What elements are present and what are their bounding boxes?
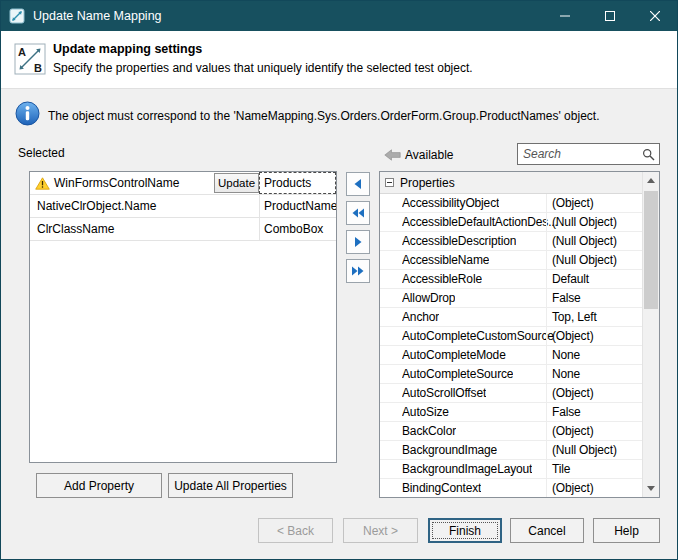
available-label: Available (405, 148, 453, 162)
double-right-arrow-icon (350, 263, 366, 279)
selected-row[interactable]: ClrClassName ComboBox (30, 218, 336, 241)
cancel-button[interactable]: Cancel (510, 518, 584, 543)
minimize-button[interactable] (542, 1, 587, 31)
maximize-icon (605, 11, 615, 21)
property-value: None (546, 346, 642, 364)
next-button: Next > (343, 518, 418, 543)
selected-property-name: WinFormsControlName (54, 176, 179, 190)
property-value: (Null Object) (546, 251, 642, 269)
help-button[interactable]: Help (593, 518, 660, 543)
window-title: Update Name Mapping (33, 9, 162, 23)
scrollbar-thumb[interactable] (644, 191, 658, 309)
back-button: < Back (258, 518, 333, 543)
property-row[interactable]: BindingContext(Object) (380, 479, 642, 498)
selected-property-value: ProductNames (259, 195, 336, 217)
app-icon (9, 8, 25, 24)
move-right-button[interactable] (346, 230, 370, 254)
property-name: AllowDrop (402, 291, 455, 305)
available-properties-grid: Properties AccessibilityObject(Object) A… (379, 171, 660, 498)
close-button[interactable] (632, 1, 677, 31)
property-value: False (546, 403, 642, 421)
minimize-icon (560, 11, 570, 21)
selected-property-name: ClrClassName (37, 222, 114, 236)
selected-label: Selected (18, 146, 65, 160)
property-name: BackColor (402, 424, 456, 438)
collapse-icon[interactable] (385, 178, 394, 187)
property-row[interactable]: AccessibleDescription(Null Object) (380, 232, 642, 251)
selected-property-value: ComboBox (259, 218, 336, 240)
scroll-up-icon (647, 178, 655, 183)
property-name: Anchor (402, 310, 439, 324)
property-row[interactable]: BackColor(Object) (380, 422, 642, 441)
property-name: BindingContext (402, 481, 481, 495)
move-left-button[interactable] (346, 172, 370, 196)
property-row[interactable]: AccessibleRoleDefault (380, 270, 642, 289)
property-name: AutoScrollOffset (402, 386, 486, 400)
property-name: AccessibleName (402, 253, 489, 267)
add-property-button[interactable]: Add Property (36, 473, 162, 498)
property-row[interactable]: AutoSizeFalse (380, 403, 642, 422)
update-name-mapping-dialog: Update Name Mapping A B Update (0, 0, 678, 560)
dialog-subheading: Specify the properties and values that u… (53, 61, 473, 75)
available-back-arrow-icon[interactable] (384, 149, 401, 161)
property-value: (Object) (546, 194, 642, 212)
property-value: Default (546, 270, 642, 288)
move-all-right-button[interactable] (346, 259, 370, 283)
selected-row[interactable]: WinFormsControlName Update Products (30, 172, 336, 195)
properties-group-label: Properties (400, 176, 455, 190)
property-row[interactable]: AccessibilityObject(Object) (380, 194, 642, 213)
close-icon (650, 11, 660, 21)
property-name: AccessibleDescription (402, 234, 516, 248)
search-input[interactable] (517, 143, 660, 165)
selected-properties-table: WinFormsControlName Update Products Nati… (29, 171, 337, 463)
double-left-arrow-icon (350, 205, 366, 221)
property-value: Top, Left (546, 308, 642, 326)
vertical-scrollbar[interactable] (642, 172, 659, 497)
properties-group-header[interactable]: Properties (380, 172, 642, 194)
dialog-header: A B Update mapping settings Specify the … (1, 31, 677, 89)
property-value: (Object) (546, 479, 642, 497)
property-value: None (546, 365, 642, 383)
property-row[interactable]: BackgroundImage(Null Object) (380, 441, 642, 460)
property-row[interactable]: AutoScrollOffset(Object) (380, 384, 642, 403)
titlebar[interactable]: Update Name Mapping (1, 1, 677, 31)
property-row[interactable]: AutoCompleteCustomSource(Object) (380, 327, 642, 346)
property-value: (Null Object) (546, 441, 642, 459)
property-row[interactable]: BackgroundImageLayoutTile (380, 460, 642, 479)
move-all-left-button[interactable] (346, 201, 370, 225)
property-row[interactable]: AutoCompleteModeNone (380, 346, 642, 365)
info-text: The object must correspond to the 'NameM… (48, 109, 599, 123)
property-value: Tile (546, 460, 642, 478)
scroll-down-button[interactable] (643, 480, 659, 497)
property-name: AutoCompleteCustomSource (402, 329, 554, 343)
search-icon[interactable] (642, 148, 655, 161)
property-row[interactable]: AllowDropFalse (380, 289, 642, 308)
dialog-heading: Update mapping settings (53, 42, 202, 56)
update-button[interactable]: Update (214, 173, 259, 193)
property-row[interactable]: AccessibleName(Null Object) (380, 251, 642, 270)
info-icon (15, 101, 40, 129)
property-value: (Object) (546, 422, 642, 440)
update-all-properties-button[interactable]: Update All Properties (168, 473, 293, 498)
property-value: (Object) (546, 384, 642, 402)
selected-property-name: NativeClrObject.Name (37, 199, 156, 213)
selected-property-value-editor[interactable]: Products (259, 172, 336, 194)
property-name: BackgroundImage (402, 443, 497, 457)
property-row[interactable]: AccessibleDefaultActionDes...(Null Objec… (380, 213, 642, 232)
name-mapping-icon: A B (14, 43, 46, 78)
svg-text:A: A (18, 46, 26, 58)
single-left-arrow-icon (350, 176, 366, 192)
maximize-button[interactable] (587, 1, 632, 31)
property-name: AccessibilityObject (402, 196, 499, 210)
property-value: (Null Object) (546, 213, 642, 231)
scroll-up-button[interactable] (643, 172, 659, 189)
property-value: False (546, 289, 642, 307)
scroll-down-icon (647, 486, 655, 491)
finish-button[interactable]: Finish (428, 518, 502, 543)
property-row[interactable]: AutoCompleteSourceNone (380, 365, 642, 384)
property-row[interactable]: AnchorTop, Left (380, 308, 642, 327)
property-value: (Null Object) (546, 232, 642, 250)
property-name: AutoSize (402, 405, 449, 419)
selected-row[interactable]: NativeClrObject.Name ProductNames (30, 195, 336, 218)
property-name: BackgroundImageLayout (402, 462, 532, 476)
